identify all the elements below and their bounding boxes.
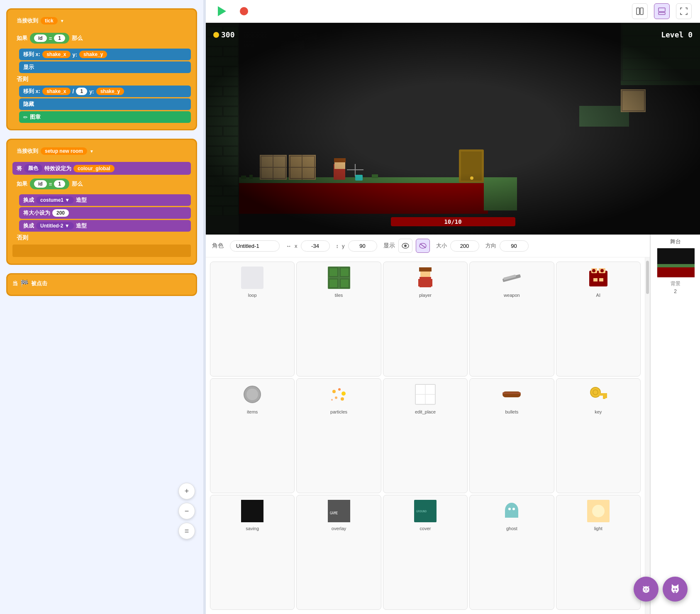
sprite-item-bullets[interactable]: bullets [469, 378, 554, 493]
svg-point-114 [341, 397, 344, 401]
sprite-item-ai[interactable]: AI [556, 262, 641, 377]
size-value-2[interactable]: 200 [52, 209, 69, 217]
sprite-name-light: light [594, 526, 602, 531]
svg-rect-3 [659, 12, 665, 15]
sprite-info-bar: 角色 ↔ x ↕ y 显示 [206, 235, 650, 257]
svg-rect-43 [305, 40, 329, 49]
svg-rect-124 [603, 396, 605, 399]
stage-thumbnail[interactable] [657, 248, 694, 277]
zoom-in-button[interactable]: + [178, 483, 195, 499]
size-label-ui: 大小 [436, 242, 447, 250]
sprite-item-tiles[interactable]: tiles [296, 262, 381, 377]
sprite-item-player[interactable]: player [383, 262, 468, 377]
setup-dropdown-arrow[interactable]: ▼ [90, 149, 94, 154]
hide-button[interactable] [416, 239, 430, 253]
svg-rect-31 [223, 186, 238, 196]
sprite-item-cover[interactable]: GROUND cover [383, 495, 468, 610]
tick-handler-block: 当接收到 tick ▼ 如果 id = 1 那么 移到 x: shake_x y… [6, 8, 197, 130]
sprite-name-input[interactable] [230, 240, 280, 252]
sprite-item-edit-place[interactable]: edit_place [383, 378, 468, 493]
dir-input[interactable] [500, 240, 529, 252]
sprite-grid-scrollbar[interactable] [645, 257, 650, 614]
svg-rect-14 [207, 77, 238, 86]
svg-rect-47 [249, 175, 253, 179]
stamp-label-1: 图章 [30, 113, 41, 121]
stop-icon [240, 7, 248, 15]
costume1-pill[interactable]: costume1 ▼ [36, 196, 74, 204]
tick-message-pill[interactable]: tick [41, 17, 58, 24]
svg-rect-26 [207, 157, 238, 166]
svg-rect-73 [623, 47, 660, 58]
cat-button[interactable] [663, 577, 688, 602]
y-input[interactable] [348, 240, 377, 252]
size-input[interactable] [450, 240, 479, 252]
sprite-item-saving[interactable]: saving [210, 495, 295, 610]
costume2-pill[interactable]: Untitled-2 ▼ [36, 222, 74, 230]
sprite-name-tiles: tiles [335, 293, 343, 298]
scrollbar-thumb [646, 261, 649, 294]
sprite-thumb-loop [240, 265, 265, 290]
svg-rect-29 [207, 176, 238, 186]
sprite-item-overlay[interactable]: GAME overlay [296, 495, 381, 610]
cat-button-2[interactable] [634, 577, 659, 602]
sprite-name-ghost: ghost [506, 526, 517, 531]
shake-x-1[interactable]: shake_x [42, 51, 70, 58]
play-button[interactable] [214, 3, 230, 19]
flag-icon-3: 🏁 [20, 279, 29, 287]
stamp-block-1: ✏ 图章 [19, 111, 191, 123]
x-input[interactable] [301, 240, 330, 252]
zoom-reset-button[interactable]: = [178, 523, 195, 539]
svg-point-134 [512, 508, 515, 510]
zoom-out-button[interactable]: − [178, 503, 195, 519]
svg-rect-76 [623, 70, 660, 80]
move-label-2: 移到 x: [23, 88, 40, 95]
div-val-1[interactable]: 1 [76, 88, 87, 95]
colour-pill[interactable]: 颜色 [24, 164, 42, 173]
view-split-button[interactable] [632, 3, 648, 19]
when-receive-label: 当接收到 [17, 17, 38, 24]
id-var-1[interactable]: id [34, 34, 47, 42]
direction-group: 方向 [485, 240, 529, 252]
stop-button[interactable] [236, 3, 252, 19]
sprite-item-loop[interactable]: loop [210, 262, 295, 377]
health-bar: 10/10 [391, 217, 515, 226]
view-editor-button[interactable] [654, 3, 670, 19]
val-2[interactable]: 1 [54, 180, 65, 188]
sprite-item-items[interactable]: items [210, 378, 295, 493]
switch-label-2: 换成 [23, 222, 34, 230]
pencil-icon-1: ✏ [23, 114, 28, 120]
sprite-item-light[interactable]: light [556, 495, 641, 610]
sprite-item-ghost[interactable]: ghost [469, 495, 554, 610]
svg-rect-21 [207, 127, 222, 136]
shake-y-1[interactable]: shake_y [79, 51, 107, 58]
val-1[interactable]: 1 [54, 34, 65, 42]
effect-value[interactable]: colour_global [73, 165, 115, 172]
else-label-1: 否则 [12, 74, 191, 84]
shake-x-2[interactable]: shake_x [42, 88, 70, 95]
game-scene: 300 Level 0 10/10 [206, 23, 700, 235]
sprite-item-particles[interactable]: particles [296, 378, 381, 493]
svg-rect-34 [223, 206, 238, 215]
svg-rect-16 [223, 87, 238, 96]
svg-rect-20 [207, 117, 238, 126]
svg-rect-91 [341, 268, 349, 276]
sprite-grid-area: loop [206, 257, 650, 614]
sprite-name-player: player [419, 293, 432, 298]
sprite-item-key[interactable]: key [556, 378, 641, 493]
svg-rect-78 [621, 89, 646, 112]
fullscreen-button[interactable] [676, 3, 692, 19]
show-button[interactable] [398, 239, 412, 253]
then-label-1: 那么 [72, 34, 83, 42]
id-var-2[interactable]: id [34, 180, 47, 188]
sprite-item-weapon[interactable]: weapon [469, 262, 554, 377]
hat-dropdown-arrow[interactable]: ▼ [60, 19, 64, 23]
hat-block-tick: 当接收到 tick ▼ [12, 15, 68, 27]
x-label: x [295, 243, 298, 249]
svg-rect-93 [341, 279, 349, 287]
stage-label: 舞台 [670, 238, 681, 245]
shake-y-2[interactable]: shake_y [96, 88, 124, 95]
setup-room-pill[interactable]: setup new room [41, 147, 87, 155]
hide-label-1: 隐藏 [23, 100, 34, 108]
svg-point-150 [674, 592, 676, 594]
svg-point-112 [341, 391, 346, 396]
